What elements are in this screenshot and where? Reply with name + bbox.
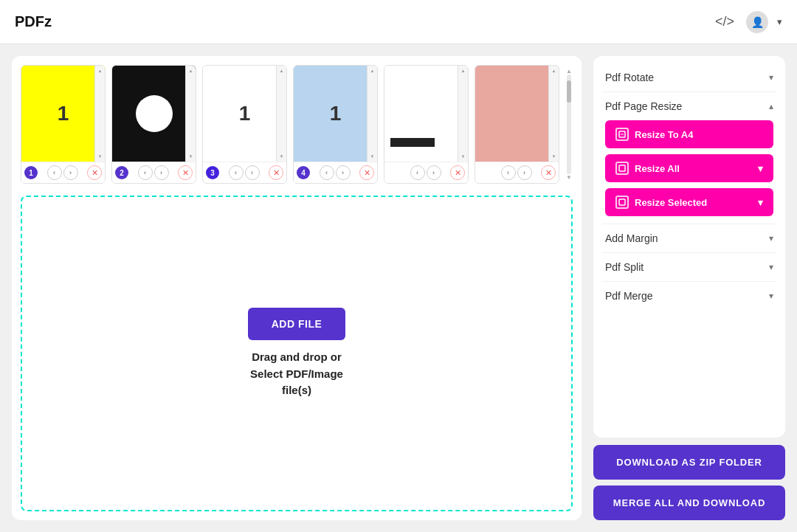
thumb-bg-blue: 1 — [294, 66, 377, 162]
chevron-margin: ▾ — [769, 233, 773, 243]
scroll-up-arrow[interactable]: ▲ — [566, 68, 572, 75]
thumbnail-1[interactable]: 1 1 ‹ › ✕ — [21, 65, 106, 184]
tool-section-split: Pdf Split ▾ — [602, 253, 776, 282]
resize-a4-icon — [615, 128, 629, 141]
tool-section-resize: Pdf Page Resize ▴ Resize To A4 — [602, 92, 776, 224]
thumb-close-2[interactable]: ✕ — [178, 165, 193, 180]
thumb-controls-5: 5 ‹ › ✕ — [384, 162, 468, 183]
thumb-arrows-1: ‹ › — [47, 165, 78, 180]
svg-rect-3 — [619, 199, 625, 205]
resize-all-icon — [615, 162, 629, 175]
resize-to-a4-button[interactable]: Resize To A4 — [605, 120, 773, 148]
thumb-controls-4: 4 ‹ › ✕ — [294, 162, 377, 183]
thumb-bg-white-3: 1 — [203, 66, 286, 162]
bottom-buttons: DOWNLOAD AS ZIP FOLDER MERGE ALL AND DOW… — [593, 445, 785, 520]
thumb-close-4[interactable]: ✕ — [359, 165, 374, 180]
tools-card: Pdf Rotate ▾ Pdf Page Resize ▴ — [593, 56, 785, 438]
thumbnails-area: 1 1 ‹ › ✕ — [12, 56, 582, 187]
thumb-next-5[interactable]: › — [427, 165, 441, 180]
dropzone-text: Drag and drop or Select PDF/Image file(s… — [250, 349, 343, 399]
avatar-icon: 👤 — [751, 16, 764, 28]
add-file-button[interactable]: ADD FILE — [248, 308, 346, 340]
thumb-close-3[interactable]: ✕ — [269, 165, 283, 180]
thumb-scroll-3 — [276, 66, 286, 162]
tool-header-rotate[interactable]: Pdf Rotate ▾ — [602, 63, 776, 91]
thumb-scroll-5 — [458, 66, 468, 162]
thumb-close-6[interactable]: ✕ — [541, 165, 556, 180]
dropzone-line1: Drag and drop or — [250, 349, 343, 366]
tool-section-merge: Pdf Merge ▾ — [602, 282, 776, 310]
scroll-down-arrow[interactable]: ▼ — [566, 174, 572, 181]
resize-all-content: Resize All — [615, 162, 680, 175]
thumb-scroll-1 — [94, 66, 105, 162]
thumb-bg-black — [112, 66, 196, 162]
chevron-rotate: ▾ — [769, 72, 773, 83]
thumb-next-1[interactable]: › — [63, 165, 78, 180]
thumb-prev-1[interactable]: ‹ — [47, 165, 62, 180]
thumb-preview-5 — [384, 66, 468, 162]
avatar[interactable]: 👤 — [746, 11, 768, 33]
thumb-prev-2[interactable]: ‹ — [138, 165, 153, 180]
tool-label-rotate: Pdf Rotate — [605, 72, 654, 83]
thumb-next-2[interactable]: › — [154, 165, 169, 180]
main-layout: 1 1 ‹ › ✕ — [0, 44, 797, 532]
resize-selected-button[interactable]: Resize Selected ▾ — [605, 188, 773, 216]
tool-section-rotate: Pdf Rotate ▾ — [602, 63, 776, 92]
thumb-preview-4: 1 — [294, 66, 377, 162]
thumbnail-4[interactable]: 1 4 ‹ › ✕ — [293, 65, 378, 184]
dropzone-line3: file(s) — [250, 382, 343, 399]
chevron-resize: ▴ — [769, 101, 773, 111]
resize-selected-icon — [615, 196, 629, 209]
topbar: PDFz </> 👤 ▾ — [0, 0, 797, 44]
topbar-actions: </> 👤 ▾ — [712, 11, 782, 33]
thumb-next-3[interactable]: › — [245, 165, 260, 180]
avatar-chevron: ▾ — [777, 16, 782, 27]
thumbnail-6[interactable]: 6 ‹ › ✕ — [475, 65, 559, 184]
thumb-prev-5[interactable]: ‹ — [410, 165, 425, 180]
thumbnail-2[interactable]: 2 ‹ › ✕ — [111, 65, 196, 184]
thumb-num-badge-1: 1 — [24, 166, 38, 179]
thumb-preview-6 — [475, 66, 559, 162]
drop-zone[interactable]: ADD FILE Drag and drop or Select PDF/Ima… — [21, 196, 573, 511]
thumb-next-6[interactable]: › — [517, 165, 532, 180]
resize-selected-content: Resize Selected — [615, 196, 707, 209]
thumb-scroll-4 — [367, 66, 377, 162]
tool-label-merge: Pdf Merge — [605, 290, 653, 302]
resize-selected-label: Resize Selected — [635, 197, 707, 208]
thumb-prev-3[interactable]: ‹ — [229, 165, 244, 180]
scrollbar-thumb — [567, 80, 571, 103]
thumb-prev-6[interactable]: ‹ — [501, 165, 516, 180]
merge-download-button[interactable]: MERGE ALL AND DOWNLOAD — [593, 486, 785, 520]
thumb-controls-2: 2 ‹ › ✕ — [112, 162, 196, 183]
thumbnail-grid: 1 1 ‹ › ✕ — [21, 65, 562, 184]
thumb-next-4[interactable]: › — [336, 165, 351, 180]
tool-label-split: Pdf Split — [605, 261, 644, 273]
thumb-num-badge-2: 2 — [115, 166, 128, 179]
thumbnail-3[interactable]: 1 3 ‹ › ✕ — [202, 65, 287, 184]
thumb-page-num-1: 1 — [58, 102, 69, 125]
tool-header-resize[interactable]: Pdf Page Resize ▴ — [602, 92, 776, 120]
tool-header-split[interactable]: Pdf Split ▾ — [602, 253, 776, 281]
tool-header-margin[interactable]: Add Margin ▾ — [602, 224, 776, 252]
thumb-close-5[interactable]: ✕ — [450, 165, 465, 180]
chevron-merge: ▾ — [769, 291, 773, 301]
resize-all-label: Resize All — [635, 163, 680, 174]
thumb-arrows-3: ‹ › — [229, 165, 260, 180]
thumb-bg-yellow: 1 — [21, 66, 105, 162]
svg-rect-2 — [619, 165, 625, 171]
thumb-num-badge-3: 3 — [206, 166, 219, 179]
code-icon-button[interactable]: </> — [712, 11, 737, 32]
thumb-num-badge-4: 4 — [297, 166, 310, 179]
thumbnails-scrollbar: ▲ ▼ — [565, 65, 573, 184]
tool-header-merge[interactable]: Pdf Merge ▾ — [602, 282, 776, 310]
thumb-scroll-2 — [185, 66, 196, 162]
thumb-close-1[interactable]: ✕ — [87, 165, 102, 180]
thumb-scroll-6 — [548, 66, 559, 162]
resize-all-button[interactable]: Resize All ▾ — [605, 154, 773, 182]
thumb-circle — [136, 95, 173, 132]
thumb-arrows-4: ‹ › — [320, 165, 351, 180]
thumb-prev-4[interactable]: ‹ — [320, 165, 334, 180]
thumbnail-5[interactable]: 5 ‹ › ✕ — [384, 65, 469, 184]
thumb-bg-pink — [475, 66, 559, 162]
download-zip-button[interactable]: DOWNLOAD AS ZIP FOLDER — [593, 445, 785, 480]
